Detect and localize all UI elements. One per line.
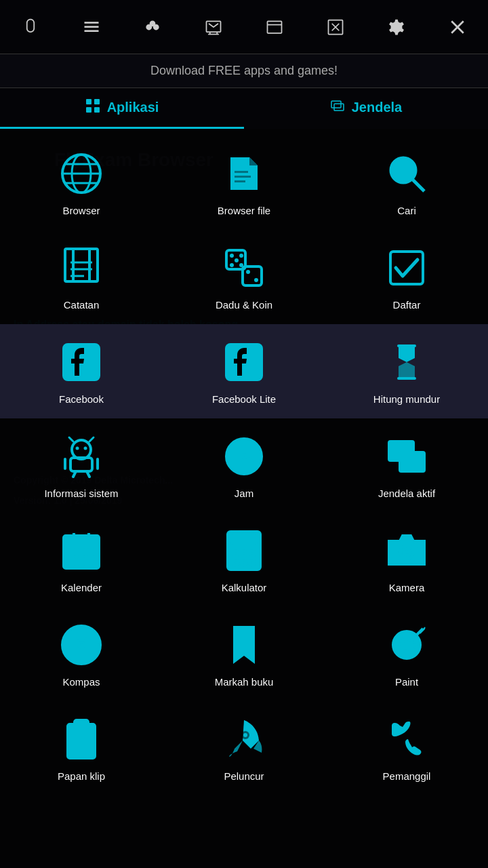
svg-point-40 <box>239 254 243 258</box>
app-item-catatan[interactable]: Catatan <box>0 230 163 324</box>
svg-rect-1 <box>85 26 99 28</box>
app-item-cari[interactable]: Cari <box>325 136 488 230</box>
markah-buku-icon <box>220 620 268 669</box>
jendela-aktif-icon <box>382 432 431 481</box>
settings-icon[interactable] <box>382 12 411 42</box>
svg-point-82 <box>249 551 255 556</box>
app-markah-buku-label: Markah buku <box>215 676 274 688</box>
app-item-papan-klip[interactable]: Papan klip <box>0 701 163 795</box>
circles-icon[interactable] <box>138 12 167 42</box>
cari-icon <box>382 149 431 198</box>
app-item-markah-buku[interactable]: Markah buku <box>163 607 325 701</box>
app-item-pemanggil[interactable]: Pemanggil <box>325 701 488 795</box>
svg-point-46 <box>254 278 258 282</box>
pemanggil-icon <box>382 715 431 764</box>
app-browser-file-label: Browser file <box>218 205 270 216</box>
windows-tab-icon <box>330 98 345 117</box>
svg-point-85 <box>249 560 255 566</box>
banner: Download FREE apps and games! <box>0 54 488 88</box>
window-icon[interactable] <box>260 12 289 42</box>
tab-aplikasi[interactable]: Aplikasi <box>0 88 244 129</box>
svg-point-41 <box>230 263 234 267</box>
app-jam-label: Jam <box>235 488 253 499</box>
hitung-mundur-icon <box>382 338 431 387</box>
svg-rect-22 <box>334 104 344 111</box>
app-grid-overlay: Browser Browser file <box>0 129 488 868</box>
facebook-lite-icon <box>220 338 268 387</box>
kalender-icon <box>57 526 106 575</box>
app-kamera-label: Kamera <box>389 582 425 593</box>
app-item-dadu[interactable]: Dadu & Koin <box>163 230 325 324</box>
menu-icon[interactable] <box>77 12 106 42</box>
app-item-peluncur[interactable]: Peluncur <box>163 701 325 795</box>
svg-rect-17 <box>86 99 92 104</box>
svg-rect-18 <box>94 99 100 104</box>
svg-rect-50 <box>397 344 416 347</box>
app-item-facebook-lite[interactable]: Facebook Lite <box>163 324 325 418</box>
svg-line-32 <box>412 179 424 191</box>
app-cari-label: Cari <box>397 205 416 216</box>
app-item-facebook[interactable]: Facebook <box>0 324 163 418</box>
facebook-icon <box>57 338 106 387</box>
app-papan-klip-label: Papan klip <box>58 770 105 782</box>
app-item-browser-file[interactable]: Browser file <box>163 136 325 230</box>
svg-rect-10 <box>268 21 282 33</box>
close-icon[interactable] <box>443 12 472 42</box>
svg-rect-88 <box>418 544 422 547</box>
app-kalender-label: Kalender <box>61 582 102 593</box>
svg-line-100 <box>415 629 423 637</box>
toolbar <box>0 0 488 54</box>
svg-rect-0 <box>85 22 99 24</box>
app-item-kalender[interactable]: Kalender <box>0 513 163 607</box>
app-item-hitung-mundur[interactable]: Hitung mundur <box>325 324 488 418</box>
peluncur-icon <box>220 715 268 764</box>
app-informasi-sistem-label: Informasi sistem <box>44 488 118 499</box>
kalkulator-icon <box>220 526 268 575</box>
svg-rect-28 <box>235 171 248 173</box>
app-browser-label: Browser <box>62 205 100 216</box>
svg-point-53 <box>76 447 79 450</box>
svg-rect-79 <box>232 536 256 544</box>
app-item-kompas[interactable]: Kompas <box>0 607 163 701</box>
daftar-icon <box>382 243 431 292</box>
svg-point-83 <box>233 560 239 566</box>
app-item-paint[interactable]: Paint <box>325 607 488 701</box>
informasi-sistem-icon <box>57 432 106 481</box>
jam-icon <box>220 432 268 481</box>
kamera-icon <box>382 526 431 575</box>
app-facebook-lite-label: Facebook Lite <box>212 393 276 405</box>
app-item-jendela-aktif[interactable]: Jendela aktif <box>325 418 488 513</box>
svg-rect-19 <box>86 107 92 113</box>
app-item-kalkulator[interactable]: Kalkulator <box>163 513 325 607</box>
app-pemanggil-label: Pemanggil <box>383 770 431 782</box>
svg-point-98 <box>412 645 418 650</box>
svg-point-80 <box>233 551 239 556</box>
svg-rect-74 <box>79 549 84 555</box>
svg-point-43 <box>235 258 239 262</box>
app-jendela-aktif-label: Jendela aktif <box>378 488 435 499</box>
svg-point-99 <box>403 650 408 656</box>
app-grid: Browser Browser file <box>0 129 488 802</box>
app-item-jam[interactable]: Jam <box>163 418 325 513</box>
app-item-browser[interactable]: Browser <box>0 136 163 230</box>
app-hitung-mundur-label: Hitung mundur <box>373 393 440 405</box>
svg-rect-77 <box>79 559 84 564</box>
svg-point-87 <box>403 549 410 555</box>
cast-icon[interactable] <box>199 12 228 42</box>
svg-rect-76 <box>69 559 75 564</box>
browser-file-icon <box>220 149 268 198</box>
svg-rect-29 <box>235 176 251 178</box>
svg-line-55 <box>69 437 73 441</box>
app-item-daftar[interactable]: Daftar <box>325 230 488 324</box>
close-box-icon[interactable] <box>321 12 350 42</box>
tab-jendela[interactable]: Jendela <box>244 88 488 129</box>
app-item-informasi-sistem[interactable]: Informasi sistem <box>0 418 163 513</box>
touch-icon[interactable] <box>16 12 45 42</box>
svg-rect-73 <box>69 549 75 555</box>
app-item-kamera[interactable]: Kamera <box>325 513 488 607</box>
svg-rect-51 <box>397 377 416 380</box>
app-catatan-label: Catatan <box>64 299 100 311</box>
tab-jendela-label: Jendela <box>352 100 402 115</box>
svg-point-84 <box>241 560 247 566</box>
app-facebook-label: Facebook <box>59 393 104 405</box>
